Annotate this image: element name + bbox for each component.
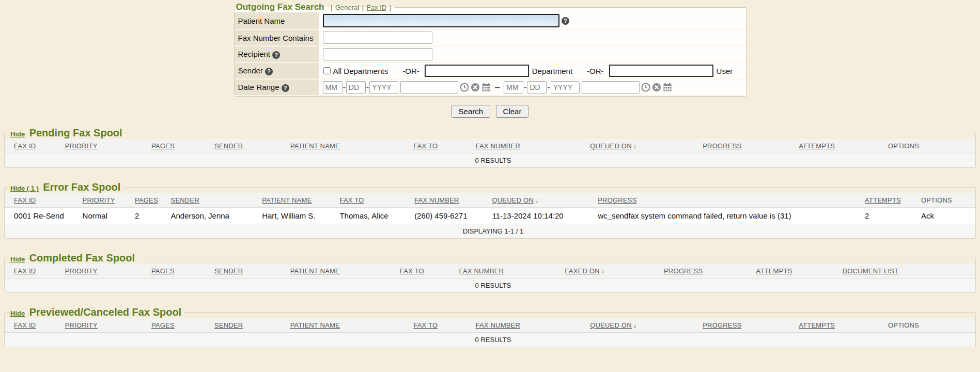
pipe-separator: | [390,4,391,11]
recipient-label-text: Recipient [238,50,271,58]
to-clear-date-icon[interactable] [652,83,661,92]
fax-number-contains-label: Fax Number Contains [235,29,319,46]
column-header-sender[interactable]: SENDER [169,193,260,208]
column-header-document-list[interactable]: DOCUMENT LIST [841,264,975,278]
hide-previewed-link[interactable]: Hide [10,309,25,317]
completed-footer-row: 0 RESULTS [5,278,975,293]
all-departments-checkbox[interactable] [323,67,331,74]
column-header-priority[interactable]: PRIORITY [63,139,149,153]
to-month-input[interactable] [504,81,523,94]
column-header-fax-id[interactable]: FAX ID [5,193,81,208]
patient-name-input[interactable] [323,14,559,27]
column-header-priority[interactable]: PRIORITY [81,193,133,208]
from-day-input[interactable] [346,81,366,94]
column-header-patient-name[interactable]: PATIENT NAME [288,139,412,153]
to-year-input[interactable] [551,81,580,94]
patient-name-help-icon[interactable]: ? [562,17,569,25]
search-button[interactable]: Search [452,105,491,118]
user-label: User [717,67,733,75]
column-header-patient-name[interactable]: PATIENT NAME [288,318,412,333]
column-header-fax-number[interactable]: FAX NUMBER [474,139,588,153]
department-label: Department [532,67,572,75]
column-header-pages[interactable]: PAGES [149,318,212,333]
recipient-help-icon[interactable]: ? [272,51,280,59]
column-header-attempts[interactable]: ATTEMPTS [754,264,841,278]
column-header-sender[interactable]: SENDER [212,318,288,333]
all-departments-label: All Departments [333,67,388,75]
date-range-help-icon[interactable]: ? [282,84,289,92]
fax-cell-fax-id[interactable]: 0001 Re-Send [5,208,81,224]
sort-desc-icon: ↓ [633,321,637,329]
column-header-priority[interactable]: PRIORITY [63,264,149,278]
column-header-fax-to[interactable]: FAX TO [411,139,473,153]
previewed-fax-table: FAX IDPRIORITYPAGESSENDERPATIENT NAMEFAX… [5,318,975,347]
column-header-progress[interactable]: PROGRESS [662,264,754,278]
column-header-attempts[interactable]: ATTEMPTS [863,193,919,208]
view-fax-id-link[interactable]: Fax ID [367,4,386,11]
from-year-input[interactable] [369,81,398,94]
column-header-fax-number[interactable]: FAX NUMBER [457,264,563,278]
previewed-results-footer: 0 RESULTS [5,333,975,347]
department-input[interactable] [425,65,529,77]
column-header-sender[interactable]: SENDER [212,264,288,278]
previewed-canceled-fax-spool-section: Hide Previewed/Canceled Fax Spool FAX ID… [4,306,976,347]
column-header-patient-name[interactable]: PATIENT NAME [260,193,337,208]
column-header-fax-to[interactable]: FAX TO [398,264,457,278]
column-header-attempts[interactable]: ATTEMPTS [797,318,886,333]
column-header-patient-name[interactable]: PATIENT NAME [288,264,398,278]
column-header-fax-to[interactable]: FAX TO [337,193,412,208]
from-clear-date-icon[interactable] [471,83,480,92]
view-general[interactable]: General [335,4,359,11]
column-header-fax-number[interactable]: FAX NUMBER [474,318,588,333]
column-header-fax-id[interactable]: FAX ID [5,318,63,333]
from-month-input[interactable] [323,81,343,94]
fax-cell-sender: Anderson, Jenna [169,208,260,224]
recipient-input[interactable] [323,48,432,60]
to-calendar-icon[interactable] [663,83,672,92]
fax-cell-pages: 2 [133,208,169,224]
fax-cell-options[interactable]: Ack [919,208,975,224]
fax-cell-fax-number: (260) 459-6271 [412,208,490,224]
pipe-separator: | [362,4,364,11]
user-input[interactable] [609,65,713,77]
sender-help-icon[interactable]: ? [265,68,273,75]
error-header-row: FAX IDPRIORITYPAGESSENDERPATIENT NAMEFAX… [5,193,975,208]
column-header-sender[interactable]: SENDER [212,139,288,153]
column-header-priority[interactable]: PRIORITY [63,318,149,333]
to-time-input[interactable] [582,81,640,94]
column-header-queued-on[interactable]: QUEUED ON↓ [588,318,701,333]
search-form-table: Patient Name ? Fax Number Contains Recip… [235,12,746,96]
from-time-input[interactable] [400,81,458,94]
or-separator: -OR- [587,67,604,75]
clear-button[interactable]: Clear [496,105,529,118]
hide-completed-link[interactable]: Hide [10,255,25,263]
column-header-pages[interactable]: PAGES [149,139,212,153]
column-header-progress[interactable]: PROGRESS [701,318,797,333]
fax-cell-queued-on: 11-13-2024 10:14:20 [490,208,596,224]
date-range-label-text: Date Range [238,83,279,91]
column-header-fax-id[interactable]: FAX ID [5,264,63,278]
column-header-queued-on[interactable]: QUEUED ON↓ [490,193,596,208]
column-header-attempts[interactable]: ATTEMPTS [797,139,886,153]
column-header-fax-number[interactable]: FAX NUMBER [412,193,490,208]
to-clock-icon[interactable] [641,83,650,92]
fax-number-contains-input[interactable] [323,32,432,44]
hide-pending-link[interactable]: Hide [10,130,25,138]
hide-error-link[interactable]: Hide ( 1 ) [10,184,39,192]
column-header-fax-id[interactable]: FAX ID [5,139,63,153]
column-header-faxed-on[interactable]: FAXED ON↓ [563,264,662,278]
column-header-pages[interactable]: PAGES [149,264,212,278]
sender-label-text: Sender [238,66,263,75]
column-header-progress[interactable]: PROGRESS [701,139,797,153]
to-day-input[interactable] [527,81,547,94]
column-header-fax-to[interactable]: FAX TO [411,318,473,333]
column-header-queued-on[interactable]: QUEUED ON↓ [588,139,701,153]
column-header-pages[interactable]: PAGES [133,193,169,208]
completed-fax-spool-section: Hide Completed Fax Spool FAX IDPRIORITYP… [4,252,976,293]
pending-results-footer: 0 RESULTS [5,153,975,168]
sort-desc-icon: ↓ [601,267,605,275]
from-clock-icon[interactable] [460,83,469,92]
column-header-progress[interactable]: PROGRESS [596,193,863,208]
column-header-options: OPTIONS [886,139,975,153]
from-calendar-icon[interactable] [481,83,491,92]
